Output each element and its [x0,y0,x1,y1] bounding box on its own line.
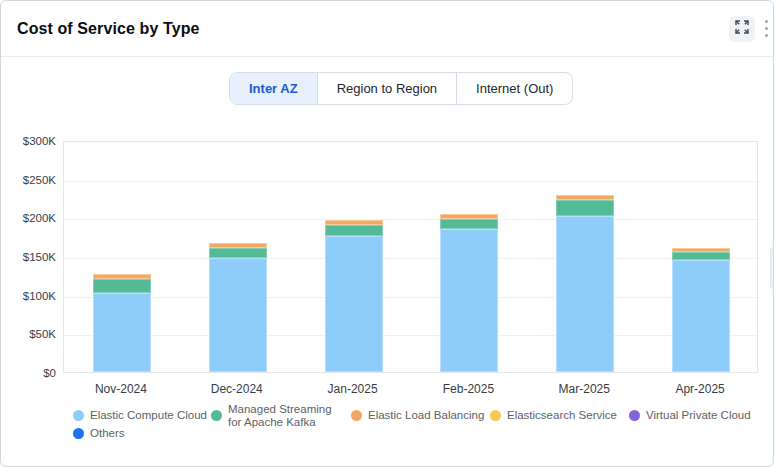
kebab-dot [765,27,768,30]
plot-area [63,141,758,373]
bar-segment-managed-streaming-for-apache-kafka[interactable] [556,200,614,216]
gridline [64,219,757,220]
gridline [64,297,757,298]
legend-label: Managed Streamingfor Apache Kafka [228,403,332,429]
bar-segment-elastic-compute-cloud[interactable] [325,236,383,372]
gridline [64,181,757,182]
bar-segment-managed-streaming-for-apache-kafka[interactable] [440,219,498,229]
x-tick-label: Feb-2025 [418,382,518,396]
tab-internet-out[interactable]: Internet (Out) [456,73,572,104]
y-tick-label: $100K [6,289,56,303]
header-divider [1,56,774,57]
gridline [64,335,757,336]
gridline [64,258,757,259]
bar-nov-2024 [93,274,151,372]
y-tick-label: $50K [6,327,56,341]
bar-segment-managed-streaming-for-apache-kafka[interactable] [93,279,151,293]
legend-item-managed-streaming-for-apache-kafka[interactable]: Managed Streamingfor Apache Kafka [211,403,332,429]
y-tick-label: $0 [6,366,56,380]
legend-swatch-managed-streaming-for-apache-kafka [211,410,222,421]
legend-label: Elasticsearch Service [507,409,617,422]
bar-segment-managed-streaming-for-apache-kafka[interactable] [209,248,267,259]
x-tick-label: Apr-2025 [650,382,750,396]
bar-feb-2025 [440,214,498,372]
tab-region-to-region[interactable]: Region to Region [317,73,456,104]
y-tick-label: $200K [6,211,56,225]
legend-swatch-elasticsearch-service [490,410,501,421]
kebab-dot [765,20,768,23]
bar-apr-2025 [672,248,730,372]
legend-label: Elastic Compute Cloud [90,409,207,422]
tab-group: Inter AZRegion to RegionInternet (Out) [229,72,573,105]
expand-button[interactable] [729,16,755,42]
kebab-menu-button[interactable] [760,14,772,42]
legend-label: Virtual Private Cloud [646,409,751,422]
y-tick-label: $250K [6,173,56,187]
cost-of-service-card: Cost of Service by Type Inter AZRegion t… [0,0,774,467]
bar-segment-managed-streaming-for-apache-kafka[interactable] [325,225,383,236]
legend-item-elastic-compute-cloud[interactable]: Elastic Compute Cloud [73,409,207,422]
tab-inter-az[interactable]: Inter AZ [230,73,317,104]
bar-dec-2024 [209,243,267,372]
kebab-dot [765,34,768,37]
legend-swatch-elastic-load-balancing [351,410,362,421]
x-tick-label: Dec-2024 [187,382,287,396]
legend-swatch-elastic-compute-cloud [73,410,84,421]
bar-segment-elastic-compute-cloud[interactable] [556,216,614,372]
bar-segment-elastic-compute-cloud[interactable] [672,260,730,372]
legend-label: Elastic Load Balancing [368,409,484,422]
expand-icon [735,20,749,38]
bar-segment-elastic-compute-cloud[interactable] [209,258,267,372]
legend-swatch-virtual-private-cloud [629,410,640,421]
bar-segment-elastic-compute-cloud[interactable] [440,229,498,372]
legend-item-others[interactable]: Others [73,427,125,440]
page-title: Cost of Service by Type [17,20,200,38]
legend-label: Others [90,427,125,440]
scrollbar-thumb[interactable] [770,247,774,289]
x-tick-label: Mar-2025 [534,382,634,396]
x-tick-label: Nov-2024 [71,382,171,396]
legend-item-virtual-private-cloud[interactable]: Virtual Private Cloud [629,409,751,422]
y-tick-label: $150K [6,250,56,264]
y-tick-label: $300K [6,134,56,148]
legend-item-elastic-load-balancing[interactable]: Elastic Load Balancing [351,409,484,422]
bar-segment-elastic-compute-cloud[interactable] [93,293,151,372]
bar-jan-2025 [325,220,383,372]
bar-segment-managed-streaming-for-apache-kafka[interactable] [672,252,730,260]
bar-mar-2025 [556,195,614,372]
legend-swatch-others [73,428,84,439]
legend-item-elasticsearch-service[interactable]: Elasticsearch Service [490,409,617,422]
x-tick-label: Jan-2025 [303,382,403,396]
